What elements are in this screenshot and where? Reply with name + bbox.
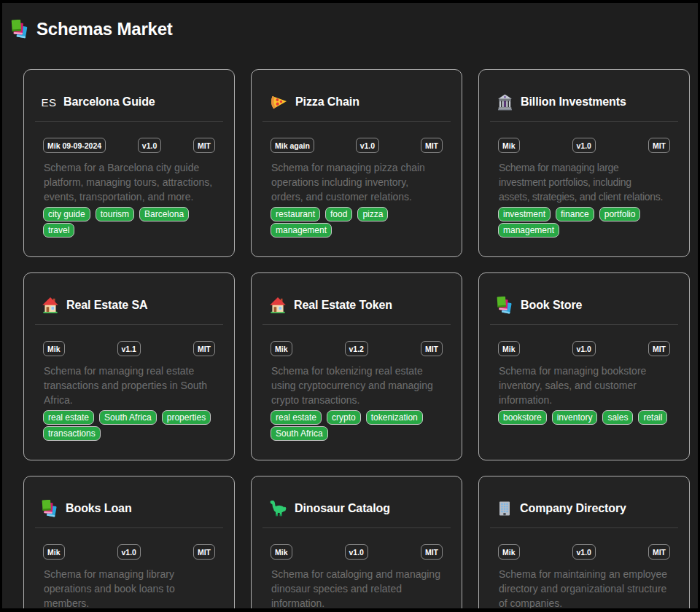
- card-badges: Mik v1.2 MIT: [271, 341, 443, 356]
- card-header: Company Directory: [490, 487, 678, 528]
- schema-card-grid: ES Barcelona Guide Mik 09-09-2024 v1.0 M…: [2, 41, 698, 608]
- tag: city guide: [43, 207, 90, 221]
- house-icon: [41, 297, 60, 314]
- schema-card[interactable]: Real Estate Token Mik v1.2 MIT Schema fo…: [251, 272, 462, 460]
- house-icon: [268, 297, 287, 314]
- books-icon: [10, 20, 30, 39]
- card-description: Schema for managing real estate transact…: [44, 364, 214, 407]
- card-tags: investmentfinanceportfoliomanagement: [498, 207, 670, 238]
- schema-card[interactable]: Pizza Chain Mik again v1.0 MIT Schema fo…: [251, 69, 462, 257]
- tag: bookstore: [498, 410, 547, 425]
- card-header: Dinosaur Catalog: [262, 487, 451, 528]
- schema-card[interactable]: Books Loan Mik v1.0 MIT Schema for manag…: [23, 476, 235, 608]
- version-badge: v1.0: [356, 138, 379, 153]
- card-title: Book Store: [521, 299, 582, 312]
- schema-card[interactable]: Company Directory Mik v1.0 MIT Schema fo…: [478, 476, 690, 608]
- schemas-market-page: Schemas Market ES Barcelona Guide Mik 09…: [2, 3, 698, 608]
- author-badge: Mik: [271, 341, 292, 356]
- tag: real estate: [271, 410, 322, 425]
- author-badge: Mik: [271, 544, 292, 560]
- author-badge: Mik: [43, 544, 65, 560]
- license-badge: MIT: [648, 341, 670, 356]
- card-header: Pizza Chain: [262, 81, 451, 122]
- tag: sales: [602, 410, 633, 425]
- license-badge: MIT: [193, 138, 215, 153]
- license-badge: MIT: [648, 138, 670, 153]
- card-header: ES Barcelona Guide: [35, 81, 223, 122]
- version-badge: v1.0: [138, 138, 161, 153]
- tag: properties: [162, 410, 211, 425]
- card-title: Dinosaur Catalog: [295, 502, 390, 515]
- tag: inventory: [552, 410, 598, 425]
- card-tags: bookstoreinventorysalesretail: [498, 410, 670, 425]
- author-badge: Mik: [498, 138, 520, 153]
- tag: portfolio: [599, 207, 641, 221]
- tag: management: [271, 223, 332, 238]
- bank-icon: [496, 93, 514, 111]
- card-description: Schema for managing large investment por…: [499, 160, 674, 204]
- card-description: Schema for managing pizza chain operatio…: [271, 160, 441, 204]
- card-description: Schema for managing library operations a…: [44, 567, 214, 608]
- tag: crypto: [327, 410, 361, 425]
- schema-card[interactable]: Dinosaur Catalog Mik v1.0 MIT Schema for…: [251, 476, 462, 608]
- card-badges: Mik v1.0 MIT: [498, 138, 670, 153]
- license-badge: MIT: [193, 341, 215, 356]
- schema-card[interactable]: ES Barcelona Guide Mik 09-09-2024 v1.0 M…: [23, 69, 235, 257]
- card-header: Billion Investments: [490, 81, 678, 122]
- license-badge: MIT: [648, 544, 670, 560]
- tag: management: [498, 223, 559, 238]
- card-badges: Mik v1.1 MIT: [43, 341, 215, 356]
- version-badge: v1.0: [572, 544, 596, 560]
- card-tags: real estateSouth Africapropertiestransac…: [43, 410, 215, 441]
- card-description: Schema for managing bookstore inventory,…: [499, 364, 669, 407]
- version-badge: v1.0: [572, 138, 596, 153]
- author-badge: Mik again: [271, 138, 314, 153]
- tag: travel: [43, 223, 74, 238]
- schema-card[interactable]: Real Estate SA Mik v1.1 MIT Schema for m…: [23, 272, 235, 460]
- spain-flag-icon: ES: [41, 93, 57, 111]
- card-tags: city guidetourismBarcelonatravel: [43, 207, 215, 238]
- books-icon: [41, 500, 59, 517]
- page-header: Schemas Market: [2, 3, 698, 41]
- author-badge: Mik: [498, 544, 520, 560]
- version-badge: v1.1: [117, 341, 141, 356]
- pizza-icon: [268, 93, 289, 111]
- tag: South Africa: [99, 410, 157, 425]
- license-badge: MIT: [421, 341, 443, 356]
- office-icon: [496, 500, 513, 517]
- tag: tokenization: [366, 410, 423, 425]
- card-title: Barcelona Guide: [63, 95, 155, 109]
- card-description: Schema for tokenizing real estate using …: [271, 364, 441, 407]
- tag: Barcelona: [139, 207, 189, 221]
- books-icon: [496, 297, 514, 314]
- card-header: Real Estate Token: [262, 284, 451, 325]
- version-badge: v1.0: [345, 544, 368, 560]
- card-description: Schema for maintaining an employee direc…: [499, 567, 669, 608]
- tag: retail: [638, 410, 667, 425]
- card-title: Company Directory: [520, 502, 626, 515]
- tag: South Africa: [271, 426, 328, 441]
- tag: food: [325, 207, 352, 221]
- tag: real estate: [43, 410, 94, 425]
- version-badge: v1.0: [117, 544, 141, 560]
- card-badges: Mik 09-09-2024 v1.0 MIT: [43, 138, 215, 153]
- card-title: Real Estate SA: [66, 299, 148, 312]
- tag: finance: [556, 207, 594, 221]
- author-badge: Mik: [43, 341, 65, 356]
- card-badges: Mik again v1.0 MIT: [271, 138, 443, 153]
- dinosaur-icon: [268, 500, 288, 517]
- tag: investment: [498, 207, 551, 221]
- card-description: Schema for a Barcelona city guide platfo…: [44, 160, 214, 204]
- card-header: Book Store: [490, 284, 678, 325]
- version-badge: v1.0: [572, 341, 596, 356]
- schema-card[interactable]: Book Store Mik v1.0 MIT Schema for manag…: [478, 272, 690, 460]
- card-tags: restaurantfoodpizzamanagement: [271, 207, 443, 238]
- license-badge: MIT: [193, 544, 215, 560]
- card-badges: Mik v1.0 MIT: [271, 544, 443, 560]
- card-title: Books Loan: [66, 502, 132, 515]
- author-badge: Mik 09-09-2024: [43, 138, 106, 153]
- schema-card[interactable]: Billion Investments Mik v1.0 MIT Schema …: [478, 69, 690, 257]
- license-badge: MIT: [421, 544, 443, 560]
- card-title: Pizza Chain: [295, 95, 359, 109]
- card-title: Billion Investments: [521, 95, 626, 109]
